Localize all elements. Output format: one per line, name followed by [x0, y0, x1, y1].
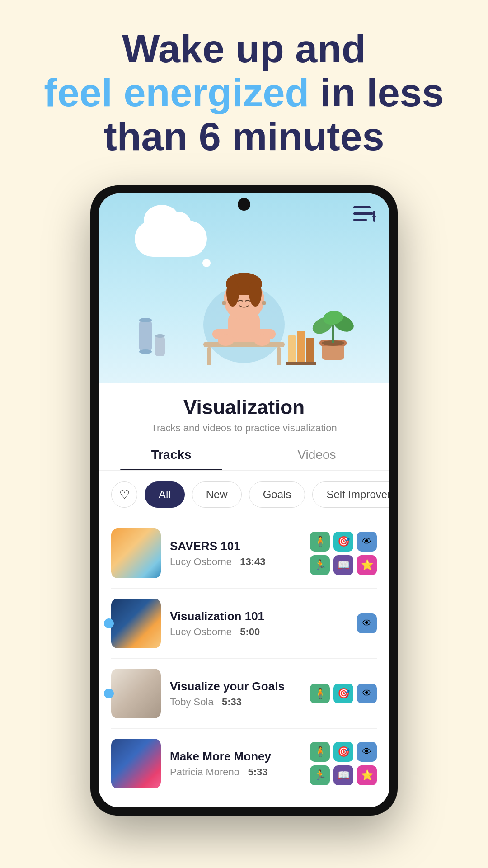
tag-run-icon: 🏃	[310, 765, 330, 785]
svg-rect-33	[297, 331, 305, 363]
tab-videos[interactable]: Videos	[244, 438, 389, 470]
track-tags: 🧍 🎯 👁	[310, 684, 377, 703]
track-tags: 🧍 🎯 👁 🏃 📖 ⭐	[310, 532, 377, 575]
tag-star-icon: ⭐	[357, 555, 377, 575]
new-badge-dot	[104, 689, 114, 698]
track-title: Visualization 101	[170, 609, 348, 623]
tag-person-icon: 🧍	[310, 742, 330, 762]
track-meta: Patricia Moreno 5:33	[170, 766, 301, 778]
track-list: SAVERS 101 Lucy Osborne 13:43 🧍 🎯 👁	[99, 519, 389, 807]
filter-self-improvement[interactable]: Self Improvement	[312, 481, 389, 508]
track-thumbnail	[111, 739, 161, 788]
track-thumbnail	[111, 669, 161, 718]
tag-eye-icon: 👁	[357, 532, 377, 552]
tag-eye-icon: 👁	[357, 613, 377, 633]
track-item[interactable]: Visualization 101 Lucy Osborne 5:00 👁	[111, 589, 377, 659]
track-thumbnail	[111, 599, 161, 648]
svg-rect-2	[353, 219, 367, 221]
section-title-area: Visualization Tracks and videos to pract…	[99, 383, 389, 438]
tag-person-icon: 🧍	[310, 684, 330, 703]
track-thumbnail	[111, 528, 161, 578]
svg-point-24	[155, 334, 165, 338]
track-info: Make More Money Patricia Moreno 5:33	[170, 750, 301, 778]
track-item[interactable]: Visualize your Goals Toby Sola 5:33 🧍 🎯 …	[111, 659, 377, 729]
tag-eye-icon: 👁	[357, 684, 377, 703]
track-item[interactable]: SAVERS 101 Lucy Osborne 13:43 🧍 🎯 👁	[111, 519, 377, 589]
svg-rect-35	[286, 362, 316, 365]
svg-rect-17	[277, 347, 281, 365]
headline-section: Wake up and feel energized in less than …	[44, 27, 444, 158]
svg-rect-16	[207, 347, 211, 365]
headline-line1: Wake up and	[44, 27, 444, 71]
headline-suffix: in less	[320, 70, 444, 115]
track-title: Make More Money	[170, 750, 301, 764]
tag-target-icon: 🎯	[333, 684, 353, 703]
track-tags: 👁	[357, 613, 377, 633]
filter-goals[interactable]: Goals	[249, 481, 305, 508]
tag-person-icon: 🧍	[310, 532, 330, 552]
svg-rect-34	[306, 338, 314, 363]
svg-point-9	[226, 279, 239, 307]
filter-favorites[interactable]: ♡	[111, 481, 137, 508]
tab-tracks[interactable]: Tracks	[99, 438, 244, 470]
svg-point-21	[139, 318, 152, 322]
svg-rect-15	[203, 342, 285, 347]
svg-rect-32	[288, 335, 296, 363]
heart-icon: ♡	[119, 488, 130, 502]
filter-row: ♡ All New Goals Self Improvement Co	[99, 471, 389, 519]
filter-new[interactable]: New	[192, 481, 242, 508]
svg-point-19	[254, 334, 270, 346]
svg-point-22	[139, 349, 152, 354]
new-badge-dot	[104, 618, 114, 628]
section-title: Visualization	[117, 396, 371, 419]
phone-screen: Visualization Tracks and videos to pract…	[99, 193, 389, 807]
svg-point-10	[249, 279, 262, 307]
track-info: Visualize your Goals Toby Sola 5:33	[170, 679, 301, 708]
tag-star-icon: ⭐	[357, 765, 377, 785]
track-tags: 🧍 🎯 👁 🏃 📖 ⭐	[310, 742, 377, 785]
phone-mockup: Visualization Tracks and videos to pract…	[90, 185, 398, 816]
svg-point-12	[262, 301, 266, 305]
tag-run-icon: 🏃	[310, 555, 330, 575]
svg-point-11	[222, 301, 226, 305]
track-meta: Lucy Osborne 5:00	[170, 626, 348, 638]
track-title: Visualize your Goals	[170, 679, 301, 693]
headline-highlight: feel energized	[44, 70, 309, 115]
track-meta: Lucy Osborne 13:43	[170, 556, 301, 568]
tag-book-icon: 📖	[333, 555, 353, 575]
headline-line3: than 6 minutes	[44, 115, 444, 159]
headline-line2: feel energized in less	[44, 71, 444, 115]
track-info: SAVERS 101 Lucy Osborne 13:43	[170, 539, 301, 568]
svg-rect-0	[353, 206, 371, 208]
filter-all[interactable]: All	[145, 481, 185, 508]
tag-eye-icon: 👁	[357, 742, 377, 762]
svg-rect-20	[139, 320, 152, 352]
tabs-row: Tracks Videos	[99, 438, 389, 471]
books-illustration	[286, 322, 322, 367]
tag-book-icon: 📖	[333, 765, 353, 785]
track-info: Visualization 101 Lucy Osborne 5:00	[170, 609, 348, 638]
track-item[interactable]: Make More Money Patricia Moreno 5:33 🧍 🎯…	[111, 729, 377, 798]
track-meta: Toby Sola 5:33	[170, 696, 301, 708]
section-subtitle: Tracks and videos to practice visualizat…	[117, 422, 371, 434]
phone-camera	[238, 198, 250, 211]
sort-icon[interactable]	[353, 204, 377, 226]
svg-rect-4	[373, 211, 375, 222]
desk-decor-left	[126, 311, 175, 370]
tag-target-icon: 🎯	[333, 532, 353, 552]
tag-target-icon: 🎯	[333, 742, 353, 762]
svg-rect-1	[353, 212, 373, 215]
svg-point-18	[218, 334, 234, 346]
svg-rect-23	[155, 336, 165, 356]
track-title: SAVERS 101	[170, 539, 301, 553]
hero-area	[99, 193, 389, 383]
